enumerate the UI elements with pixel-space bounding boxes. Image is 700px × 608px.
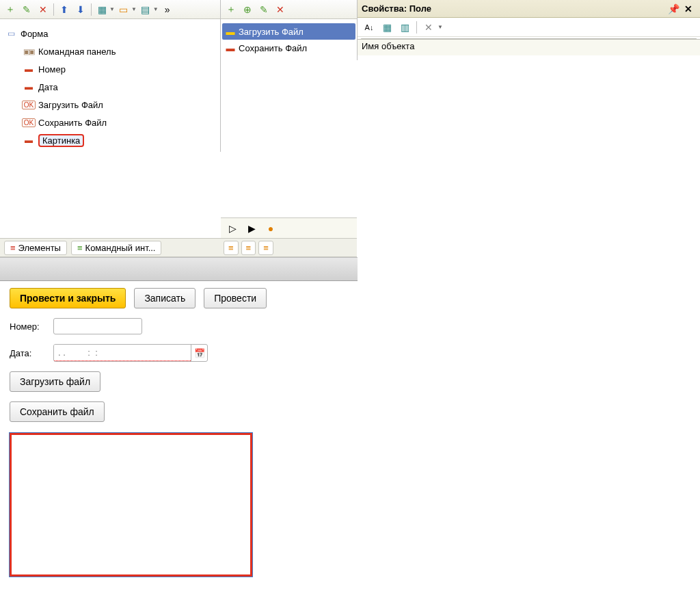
clear-icon[interactable]: ✕	[421, 20, 436, 35]
tree-item-number[interactable]: ▬ Номер	[3, 60, 217, 78]
form-icon: ▭	[4, 29, 18, 38]
properties-title-bar: Свойства: Поле 📌 ✕	[358, 0, 700, 18]
minus-icon: ▬	[22, 82, 36, 92]
cmd-item-label: Загрузить Файл	[239, 27, 304, 37]
minus-icon: ▬	[225, 43, 236, 53]
sort-az-icon[interactable]: A↓	[362, 20, 377, 35]
ok-icon: OK	[22, 101, 36, 109]
delete-icon[interactable]: ✕	[36, 2, 51, 17]
tree-item-label: Дата	[38, 82, 58, 92]
tree-item-date[interactable]: ▬ Дата	[3, 78, 217, 96]
filter-icon[interactable]: ▥	[397, 20, 412, 35]
close-icon[interactable]: ✕	[681, 1, 696, 16]
preview-titlebar	[0, 258, 358, 281]
tree-item-save[interactable]: OK Сохранить Файл	[3, 114, 217, 131]
commands-tree: ▬ Загрузить Файл ▬ Сохранить Файл	[221, 19, 357, 60]
tree-item-picture[interactable]: ▬ Картинка	[3, 131, 217, 149]
tree-root-label: Форма	[21, 29, 49, 39]
tree-item-label: Загрузить Файл	[38, 100, 103, 110]
delete-icon[interactable]: ✕	[273, 2, 288, 17]
number-input[interactable]	[53, 318, 142, 334]
tree-item-cmdpanel[interactable]: ▣▣ Командная панель	[3, 42, 217, 60]
properties-toolbar: A↓ ▦ ▥ ✕ ▼	[358, 18, 700, 37]
cmd-item-save[interactable]: ▬ Сохранить Файл	[222, 40, 355, 56]
tab-label: Элементы	[18, 243, 61, 253]
categories-icon[interactable]: ▦	[379, 20, 394, 35]
properties-footer: Имя объекта	[358, 39, 700, 55]
number-label: Номер:	[10, 321, 53, 332]
mid-toolbar: ＋ ⊕ ✎ ✕	[221, 0, 357, 19]
left-toolbar: ＋ ✎ ✕ ⬆ ⬇ ▦▼ ▭▼ ▤▼ »	[0, 0, 220, 19]
mid-tab-2[interactable]: ≡	[241, 241, 256, 255]
tree-item-load[interactable]: OK Загрузить Файл	[3, 96, 217, 114]
tab-icon: ≡	[228, 243, 234, 253]
footer-text: Имя объекта	[362, 41, 414, 51]
form-tree: ▭ Форма ▣▣ Командная панель ▬ Номер ▬ Да…	[0, 19, 220, 152]
save-file-button[interactable]: Сохранить файл	[10, 401, 105, 422]
add-icon[interactable]: ＋	[224, 2, 239, 17]
minus-icon: ▬	[225, 27, 236, 37]
add-sub-icon[interactable]: ⊕	[240, 2, 255, 17]
load-file-button[interactable]: Загрузить файл	[10, 371, 100, 392]
tab-label: Командный инт...	[85, 243, 156, 253]
pin-icon[interactable]: 📌	[666, 1, 681, 16]
add-icon[interactable]: ＋	[3, 2, 18, 17]
move-up-icon[interactable]: ⬆	[57, 2, 72, 17]
write-button[interactable]: Записать	[134, 288, 196, 308]
form-preview: Провести и закрыть Записать Провести Ном…	[0, 257, 358, 608]
cmdpanel-icon: ▣▣	[22, 48, 36, 55]
mid-bottom-toolbar: ▷ ▶ ●	[221, 217, 357, 238]
layout-icon[interactable]: ▤	[138, 2, 153, 17]
left-tabs: ≡ Элементы ≡ Командный инт...	[0, 238, 221, 257]
play2-icon[interactable]: ▶	[244, 221, 259, 236]
tree-item-label: Командная панель	[38, 47, 116, 57]
edit-icon[interactable]: ✎	[19, 2, 34, 17]
move-down-icon[interactable]: ⬇	[73, 2, 88, 17]
tree-item-label: Сохранить Файл	[38, 118, 107, 128]
properties-title: Свойства: Поле	[362, 3, 431, 14]
minus-icon: ▬	[22, 135, 36, 145]
ok-icon: OK	[22, 118, 36, 127]
minus-icon: ▬	[22, 64, 36, 74]
tab-cmd-interface[interactable]: ≡ Командный инт...	[71, 241, 162, 255]
play1-icon[interactable]: ▷	[225, 221, 240, 236]
date-label: Дата:	[10, 348, 53, 358]
post-button[interactable]: Провести	[204, 288, 267, 308]
tree-root[interactable]: ▭ Форма	[3, 25, 217, 42]
mid-tab-3[interactable]: ≡	[258, 241, 273, 255]
date-input[interactable]	[54, 345, 191, 361]
tab-icon: ≡	[246, 243, 252, 253]
post-and-close-button[interactable]: Провести и закрыть	[10, 288, 126, 308]
tree-item-label: Картинка	[38, 134, 84, 147]
mid-tab-1[interactable]: ≡	[224, 241, 239, 255]
play3-icon[interactable]: ●	[263, 221, 278, 236]
image-field[interactable]	[10, 433, 252, 577]
tab-icon: ≡	[263, 243, 269, 253]
tab-elements[interactable]: ≡ Элементы	[4, 241, 67, 255]
tree-item-label: Номер	[38, 64, 66, 75]
calendar-icon[interactable]: 📅	[191, 345, 207, 361]
cmd-item-load[interactable]: ▬ Загрузить Файл	[222, 23, 355, 40]
edit-icon[interactable]: ✎	[256, 2, 271, 17]
screen-icon[interactable]: ▭	[116, 2, 131, 17]
list-icon: ≡	[77, 243, 83, 253]
list-icon: ≡	[10, 243, 16, 253]
table-icon[interactable]: ▦	[94, 2, 109, 17]
more-icon[interactable]: »	[160, 2, 175, 17]
cmd-item-label: Сохранить Файл	[239, 43, 307, 53]
mid-tabs: ≡ ≡ ≡	[221, 238, 357, 257]
